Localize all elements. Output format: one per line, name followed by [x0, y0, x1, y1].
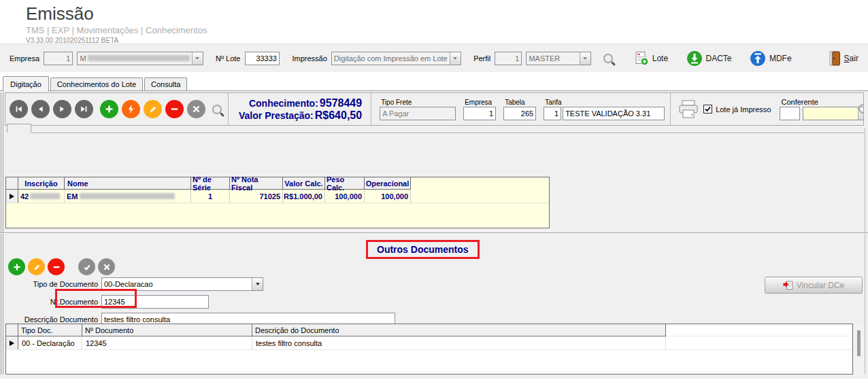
tab-digitacao[interactable]: Digitação — [3, 76, 49, 91]
x-icon — [103, 263, 111, 271]
tabela-label: Tabela — [505, 99, 536, 106]
chevron-down-icon[interactable] — [192, 52, 203, 65]
first-record-icon — [14, 105, 23, 114]
last-record-button[interactable] — [75, 100, 93, 118]
conferente-label: Conferente — [781, 98, 864, 106]
scrollbar-thumb[interactable] — [857, 330, 861, 356]
notas-grid-row[interactable]: 42 EM 1 71025 R$1.000,00 100,000 100,000 — [6, 190, 549, 203]
cell-operacional: 100,000 — [365, 190, 411, 203]
lightning-icon — [127, 105, 135, 114]
col-inscricao[interactable]: Inscrição — [18, 177, 65, 190]
header-filler — [666, 324, 852, 336]
vincular-dce-button[interactable]: Vincular DCe — [765, 277, 863, 294]
minus-icon — [52, 263, 61, 271]
selector-header-cell — [6, 324, 18, 336]
tipo-documento-combo[interactable]: 00-Declaracao — [101, 277, 263, 291]
add-record-button[interactable] — [100, 100, 118, 118]
delete-documento-button[interactable] — [48, 258, 65, 275]
descricao-documento-label: Descrição Documento — [0, 315, 101, 324]
sair-button[interactable]: Sair — [827, 50, 861, 67]
next-record-button[interactable] — [53, 100, 71, 118]
tipo-documento-row: Tipo de Documento 00-Declaracao — [0, 277, 263, 291]
chevron-down-icon[interactable] — [252, 278, 263, 290]
impressao-combo[interactable]: Digitação com Impressão em Lote — [331, 52, 461, 65]
perfil-combo[interactable]: MASTER — [526, 52, 590, 65]
conferente-combo[interactable] — [803, 107, 864, 120]
search-icon[interactable] — [603, 54, 613, 63]
lote-number-field[interactable]: 33333 — [245, 52, 280, 65]
x-icon — [192, 105, 201, 114]
search-record-icon[interactable] — [212, 105, 222, 114]
perfil-code-field[interactable]: 1 — [495, 52, 522, 65]
check-icon — [83, 263, 91, 271]
nr-documento-field[interactable]: 12345 — [101, 295, 209, 309]
cell-tipo-doc: 00 - Declaração — [18, 336, 82, 349]
chevron-down-icon[interactable] — [580, 52, 590, 65]
conhecimento-label: Conhecimento: — [249, 98, 318, 109]
lote-impresso-checkbox[interactable] — [703, 105, 712, 114]
tab-consulta[interactable]: Consulta — [144, 77, 187, 90]
tabela-group: Tabela 265 — [503, 99, 536, 120]
tarifa-desc-field[interactable]: TESTE VALIDAÇÃO 3.31 — [563, 107, 665, 120]
lote-button[interactable]: Lote — [631, 50, 671, 67]
mdfe-button[interactable]: MDFe — [747, 49, 795, 68]
delete-record-button[interactable] — [165, 100, 184, 118]
prior-record-button[interactable] — [31, 100, 50, 118]
fast-post-button[interactable] — [122, 100, 140, 118]
door-icon — [829, 51, 841, 66]
chevron-down-icon[interactable] — [450, 52, 461, 65]
col-serie[interactable]: Nº de Série — [191, 177, 230, 190]
documentos-grid-scrollbar[interactable] — [854, 324, 863, 374]
tipo-frete-field[interactable]: A Pagar — [380, 107, 456, 120]
cell-nr-documento: 12345 — [82, 336, 252, 349]
nr-documento-row: Nr.Documento 12345 — [0, 295, 209, 309]
printer-icon[interactable] — [677, 99, 700, 120]
conferente-group: Conferente — [780, 98, 864, 120]
empresa-field-label: Empresa — [465, 99, 496, 106]
cancel-documento-button[interactable] — [98, 258, 115, 275]
confirm-documento-button[interactable] — [78, 258, 95, 275]
notas-grid-header: Inscrição Nome Nº de Série Nº Nota Fisca… — [6, 177, 549, 190]
cell-descricao-documento: testes filtro consulta — [252, 336, 666, 349]
col-nr-documento[interactable]: Nº Documento — [82, 324, 252, 336]
pencil-icon — [148, 105, 157, 114]
separator — [228, 93, 229, 125]
col-descricao-documento[interactable]: Descrição do Documento — [252, 324, 666, 336]
dacte-button[interactable]: DACTe — [684, 49, 735, 68]
search-conferente-icon[interactable] — [858, 104, 864, 114]
valor-prestacao-value: R$640,50 — [315, 109, 362, 121]
selector-header-cell — [6, 177, 18, 190]
empresa-field[interactable]: 1 — [463, 107, 496, 120]
nr-documento-label: Nr.Documento — [0, 298, 101, 306]
last-record-icon — [80, 105, 88, 114]
documentos-grid-row[interactable]: 00 - Declaração 12345 testes filtro cons… — [6, 336, 852, 350]
col-valor-calc[interactable]: Valor Calc. — [283, 177, 325, 190]
documentos-grid: Tipo Doc. Nº Documento Descrição do Docu… — [5, 324, 853, 375]
edit-record-button[interactable] — [144, 100, 162, 118]
col-peso-calc[interactable]: Peso Calc. — [325, 177, 365, 190]
upload-circle-icon — [750, 50, 766, 67]
cell-nota-fiscal: 71025 — [230, 190, 283, 203]
col-tipo-doc[interactable]: Tipo Doc. — [18, 324, 82, 336]
row-selector-cell — [6, 336, 18, 349]
empresa-code-field[interactable]: 1 — [44, 52, 73, 65]
subpanel-tab-fragment — [7, 124, 31, 133]
subpanel-divider — [31, 133, 865, 134]
col-nome[interactable]: Nome — [65, 177, 191, 190]
documentos-grid-header: Tipo Doc. Nº Documento Descrição do Docu… — [6, 324, 852, 336]
tab-conhecimentos-do-lote[interactable]: Conhecimentos do Lote — [50, 77, 143, 90]
edit-documento-button[interactable] — [28, 258, 45, 275]
record-summary: Conhecimento:9578449 Valor Prestação:R$6… — [239, 97, 362, 122]
col-operacional[interactable]: Operacional — [365, 177, 411, 190]
conferente-code-field[interactable] — [780, 107, 800, 120]
col-nota-fiscal[interactable]: Nº Nota Fiscal — [230, 177, 283, 190]
main-panel: Conhecimento:9578449 Valor Prestação:R$6… — [0, 90, 868, 379]
tarifa-code-field[interactable]: 1 — [544, 107, 561, 120]
record-navigator-bar: Conhecimento:9578449 Valor Prestação:R$6… — [5, 92, 864, 126]
empresa-name-combo[interactable]: M — [77, 52, 203, 65]
impressao-label: Impressão — [292, 54, 327, 63]
add-documento-button[interactable] — [8, 258, 25, 275]
cancel-record-button[interactable] — [187, 100, 205, 118]
tabela-field[interactable]: 265 — [503, 107, 536, 120]
first-record-button[interactable] — [10, 100, 28, 118]
